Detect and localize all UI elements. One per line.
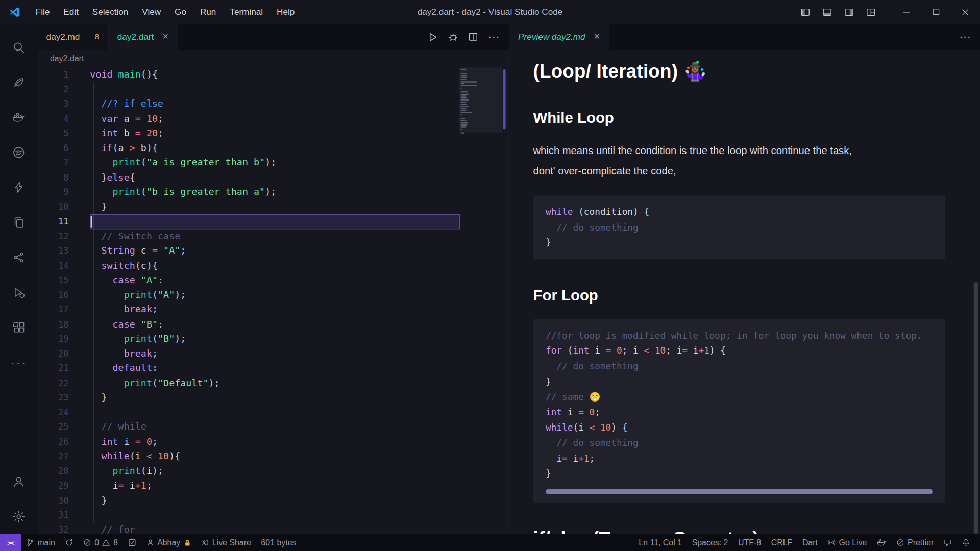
status-git-branch[interactable]: main [21,534,60,551]
activitybar-item-thunder[interactable] [4,170,34,205]
line-number[interactable]: 21 [37,361,79,376]
line-number[interactable]: 30 [37,493,79,508]
toggle-sidebar-button[interactable] [801,7,810,16]
minimap-slider[interactable] [459,67,502,132]
activitybar-item-search[interactable] [4,30,34,65]
status-file-size[interactable]: 601 bytes [256,534,302,551]
code-line[interactable]: 17 break; [37,303,508,317]
line-number[interactable]: 17 [37,303,79,317]
line-number[interactable]: 9 [37,185,79,199]
toggle-secondary-sidebar-button[interactable] [844,7,853,16]
line-number[interactable]: 19 [37,332,79,346]
status-docker[interactable] [872,534,891,551]
minimize-button[interactable] [892,0,921,24]
code-line[interactable]: 18 case "B": [37,317,508,332]
tab-day2-dart[interactable]: day2.dart× [109,24,178,50]
line-number[interactable]: 12 [37,229,79,244]
line-number[interactable]: 3 [37,97,79,112]
status-indentation[interactable]: Spaces: 2 [687,534,733,551]
close-button[interactable] [950,0,980,24]
code-line[interactable]: 11 [37,214,508,229]
line-number[interactable]: 32 [37,522,79,534]
line-number[interactable]: 1 [37,67,79,82]
line-number[interactable]: 31 [37,508,79,523]
line-number[interactable]: 14 [37,258,79,273]
code-line[interactable]: 21 default: [37,361,508,376]
activitybar-item-extensions[interactable] [4,310,34,345]
code-editor[interactable]: 1void main(){23 //? if else4 var a = 10;… [37,66,508,534]
breadcrumb[interactable]: day2.dart [37,50,508,66]
status-live-share-user[interactable]: Abhay [141,534,196,551]
status-encoding[interactable]: UTF-8 [733,534,766,551]
code-line[interactable]: 1void main(){ [37,67,508,82]
line-number[interactable]: 4 [37,112,79,127]
activitybar-item-account[interactable] [4,464,34,499]
code-line[interactable]: 14 switch(c){ [37,258,508,273]
activitybar-item-run-debug[interactable] [4,275,34,310]
status-sync[interactable] [60,534,79,551]
run-button[interactable] [428,32,438,42]
code-line[interactable]: 9 print("b is greater than a"); [37,185,508,199]
activitybar-item-leaf[interactable] [4,65,34,100]
line-number[interactable]: 7 [37,156,79,170]
code-line[interactable]: 29 i= i+1; [37,479,508,493]
toggle-panel-button[interactable] [822,7,831,16]
menu-view[interactable]: View [135,0,168,24]
line-number[interactable]: 28 [37,464,79,479]
status-problems[interactable]: 08 [78,534,123,551]
code-line[interactable]: 3 //? if else [37,97,508,112]
status-live-share[interactable]: Live Share [196,534,256,551]
code-line[interactable]: 25 // while [37,420,508,435]
more-actions-button[interactable]: ··· [488,31,500,42]
breadcrumb-item[interactable]: day2.dart [50,54,84,63]
customize-layout-button[interactable] [866,7,875,16]
tab-preview-day2-md[interactable]: Preview day2.md× [509,24,609,50]
code-line[interactable]: 22 print("Default"); [37,376,508,391]
status-feedback[interactable] [939,534,957,551]
menu-file[interactable]: File [29,0,57,24]
code-line[interactable]: 20 break; [37,346,508,361]
status-language-mode[interactable]: Dart [797,534,823,551]
line-number[interactable]: 16 [37,288,79,303]
status-eol[interactable]: CRLF [766,534,797,551]
code-line[interactable]: 13 String c = "A"; [37,244,508,259]
line-number[interactable]: 23 [37,390,79,405]
menu-terminal[interactable]: Terminal [223,0,270,24]
preview-scrollbar[interactable] [974,282,978,533]
tab-close-icon[interactable]: × [594,32,600,42]
line-number[interactable]: 8 [37,170,79,185]
code-line[interactable]: 6 if(a > b){ [37,141,508,156]
activitybar-item-settings[interactable] [4,499,34,534]
menu-run[interactable]: Run [193,0,223,24]
minimap[interactable] [460,69,500,135]
tab-close-icon[interactable]: × [162,32,168,42]
code-line[interactable]: 7 print("a is greater than b"); [37,156,508,170]
line-number[interactable]: 24 [37,405,79,420]
code-line[interactable]: 4 var a = 10; [37,112,508,127]
code-line[interactable]: 5 int b = 20; [37,126,508,141]
code-line[interactable]: 19 print("B"); [37,332,508,346]
split-editor-button[interactable] [468,32,478,42]
code-line[interactable]: 8 }else{ [37,170,508,185]
code-line[interactable]: 23 } [37,390,508,405]
maximize-button[interactable] [921,0,951,24]
code-line[interactable]: 30 } [37,493,508,508]
line-number[interactable]: 22 [37,376,79,391]
code-line[interactable]: 24 [37,405,508,420]
code-line[interactable]: 2 [37,82,508,97]
status-remote-indicator[interactable]: >< [0,534,21,551]
status-cursor-position[interactable]: Ln 11, Col 1 [634,534,687,551]
code-line[interactable]: 12 // Switch case [37,229,508,244]
line-number[interactable]: 11 [37,214,79,229]
line-number[interactable]: 10 [37,199,79,214]
activitybar-item-docker[interactable] [4,100,34,135]
status-tasks[interactable] [123,534,141,551]
menu-go[interactable]: Go [168,0,193,24]
status-go-live[interactable]: Go Live [823,534,872,551]
tab-day2-md[interactable]: day2.md8 [37,24,108,50]
code-line[interactable]: 27 while(i < 10){ [37,449,508,464]
line-number[interactable]: 15 [37,273,79,288]
line-number[interactable]: 18 [37,317,79,332]
line-number[interactable]: 13 [37,244,79,259]
line-number[interactable]: 6 [37,141,79,156]
